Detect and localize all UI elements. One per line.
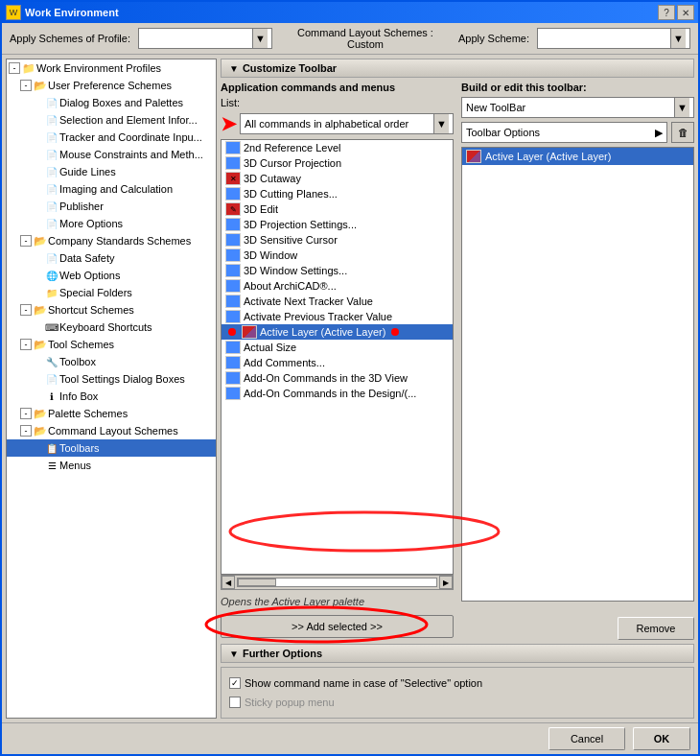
tree-item-info-box[interactable]: ℹ Info Box [7, 388, 216, 405]
tree-item-publisher[interactable]: 📄 Publisher [7, 198, 216, 215]
tree-item-imaging[interactable]: 📄 Imaging and Calculation [7, 180, 216, 198]
tree-item-more-options[interactable]: 📄 More Options [7, 215, 216, 232]
further-collapse-arrow: ▼ [229, 649, 239, 659]
cmd-3d-cutaway[interactable]: ✕ 3D Cutaway [222, 171, 453, 186]
cmd-icon [225, 387, 241, 400]
tree-item-web-options[interactable]: 🌐 Web Options [7, 267, 216, 284]
build-edit-title: Build or edit this toolbar: [461, 82, 694, 93]
h-scrollbar[interactable]: ◀ ▶ [221, 575, 454, 590]
apply-schemes-label: Apply Schemes of Profile: [10, 33, 130, 44]
customize-toolbar-header[interactable]: ▼ Customize Toolbar [221, 59, 694, 78]
cmd-3d-sensitive[interactable]: 3D Sensitive Cursor [222, 232, 453, 248]
ok-button[interactable]: OK [633, 727, 690, 750]
apply-schemes-dropdown[interactable]: ▼ [138, 28, 272, 49]
cmd-icon [225, 264, 241, 277]
tree-item-user-pref[interactable]: - 📂 User Preference Schemes [7, 77, 216, 94]
toolbox-icon: 🔧 [44, 354, 59, 369]
toolbar-item-active-layer[interactable]: Active Layer (Active Layer) [462, 148, 693, 165]
help-button[interactable]: ? [658, 5, 675, 20]
tree-item-special-folders[interactable]: 📁 Special Folders [7, 284, 216, 301]
tree-item-tool-schemes[interactable]: - 📂 Tool Schemes [7, 336, 216, 353]
commands-list-box[interactable]: 2nd Reference Level 3D Cursor Projection… [221, 139, 454, 575]
cmd-icon: ✎ [225, 202, 241, 216]
toolbar-options-btn[interactable]: Toolbar Options ▶ [461, 122, 667, 143]
cmd-add-comments[interactable]: Add Comments... [222, 355, 453, 370]
cmd-3d-window[interactable]: 3D Window [222, 248, 453, 263]
tree-item-toolbars[interactable]: 📋 Toolbars [7, 439, 216, 457]
apply-scheme-arrow[interactable]: ▼ [670, 29, 686, 48]
further-options-header[interactable]: ▼ Further Options [221, 644, 694, 663]
cancel-button[interactable]: Cancel [548, 727, 625, 750]
window-icon: W [6, 5, 21, 20]
publisher-icon: 📄 [44, 199, 59, 214]
tree-item-keyboard[interactable]: ⌨ Keyboard Shortcuts [7, 319, 216, 336]
list-dropdown[interactable]: All commands in alphabetical order ▼ [240, 113, 454, 134]
expand-work-env[interactable]: - [9, 62, 20, 74]
add-selected-button[interactable]: >> Add selected >> [221, 615, 454, 638]
apply-schemes-arrow[interactable]: ▼ [252, 29, 268, 48]
new-toolbar-dropdown[interactable]: New ToolBar ▼ [461, 97, 694, 118]
cmd-3d-cursor[interactable]: 3D Cursor Projection [222, 155, 453, 171]
list-dropdown-arrow[interactable]: ▼ [433, 114, 449, 133]
tree-item-cmd-layout[interactable]: - 📂 Command Layout Schemes [7, 422, 216, 439]
expand-shortcut[interactable]: - [20, 304, 32, 316]
cmd-active-layer[interactable]: Active Layer (Active Layer) [222, 324, 453, 340]
tree-item-menus[interactable]: ☰ Menus [7, 457, 216, 474]
tree-item-toolbox[interactable]: 🔧 Toolbox [7, 353, 216, 370]
toolbars-icon: 📋 [44, 440, 59, 456]
tree-item-work-env-profiles[interactable]: - 📁 Work Environment Profiles [7, 59, 216, 77]
new-toolbar-arrow[interactable]: ▼ [674, 98, 689, 117]
scroll-right[interactable]: ▶ [439, 576, 453, 589]
tree-item-palette-schemes[interactable]: - 📂 Palette Schemes [7, 405, 216, 422]
expand-user-pref[interactable]: - [20, 80, 32, 91]
tree-item-data-safety[interactable]: 📄 Data Safety [7, 249, 216, 267]
show-cmd-name-label: Show command name in case of "Selective"… [245, 677, 482, 689]
close-button[interactable]: ✕ [677, 5, 694, 20]
cmd-actual-size[interactable]: Actual Size [222, 340, 453, 355]
further-options-label: Further Options [243, 648, 322, 659]
left-tree-panel: - 📁 Work Environment Profiles - 📂 User P… [6, 59, 217, 719]
tree-item-tool-settings[interactable]: 📄 Tool Settings Dialog Boxes [7, 370, 216, 388]
tree-item-dialog-boxes[interactable]: 📄 Dialog Boxes and Palettes [7, 94, 216, 111]
cmd-3d-edit[interactable]: ✎ 3D Edit [222, 201, 453, 217]
show-cmd-name-checkbox[interactable]: ✓ [229, 677, 241, 689]
cmd-about[interactable]: About ArchiCAD®... [222, 278, 453, 294]
scroll-left[interactable]: ◀ [222, 576, 235, 589]
apply-scheme-dropdown[interactable]: ▼ [537, 28, 690, 49]
tree-item-tracker[interactable]: 📄 Tracker and Coordinate Inpu... [7, 129, 216, 146]
status-text: Opens the Active Layer palette [221, 594, 454, 609]
new-toolbar-label: New ToolBar [466, 102, 525, 113]
cmd-addon-design[interactable]: Add-On Commands in the Design/(... [222, 386, 453, 401]
expand-company[interactable]: - [20, 235, 32, 247]
tree-item-guide-lines[interactable]: 📄 Guide Lines [7, 163, 216, 180]
sticky-popup-checkbox[interactable] [229, 697, 241, 708]
cmd-3d-proj[interactable]: 3D Projection Settings... [222, 217, 453, 232]
cmd-3d-window-settings[interactable]: 3D Window Settings... [222, 263, 453, 278]
cmd-2nd-ref[interactable]: 2nd Reference Level [222, 140, 453, 155]
cmd-addon-3d[interactable]: Add-On Commands in the 3D View [222, 370, 453, 386]
cmd-activate-prev[interactable]: Activate Previous Tracker Value [222, 309, 453, 324]
remove-button[interactable]: Remove [618, 617, 694, 640]
tree-item-company-schemes[interactable]: - 📂 Company Standards Schemes [7, 232, 216, 249]
cmd-icon [225, 218, 241, 231]
tree-item-selection[interactable]: 📄 Selection and Element Infor... [7, 111, 216, 129]
tree-item-mouse[interactable]: 📄 Mouse Constraints and Meth... [7, 146, 216, 163]
menus-icon: ☰ [44, 458, 59, 473]
more-options-icon: 📄 [44, 216, 59, 231]
right-panel: ▼ Customize Toolbar Application commands… [221, 59, 694, 719]
delete-toolbar-button[interactable]: 🗑 [671, 122, 694, 143]
cmd-icon: ✕ [225, 172, 241, 185]
title-bar: W Work Environment ? ✕ [2, 2, 698, 23]
expand-tool[interactable]: - [20, 339, 32, 350]
guide-icon: 📄 [44, 164, 59, 179]
list-label: List: [221, 97, 454, 108]
cmd-activate-next[interactable]: Activate Next Tracker Value [222, 294, 453, 309]
web-icon: 🌐 [44, 268, 59, 283]
toolbar-items-list[interactable]: Active Layer (Active Layer) [461, 147, 694, 602]
window-title: Work Environment [25, 7, 654, 18]
tree-item-shortcut-schemes[interactable]: - 📂 Shortcut Schemes [7, 301, 216, 319]
cmd-3d-cutting[interactable]: 3D Cutting Planes... [222, 186, 453, 201]
expand-palette[interactable]: - [20, 408, 32, 419]
collapse-arrow: ▼ [229, 63, 239, 74]
expand-cmd-layout[interactable]: - [20, 425, 32, 437]
